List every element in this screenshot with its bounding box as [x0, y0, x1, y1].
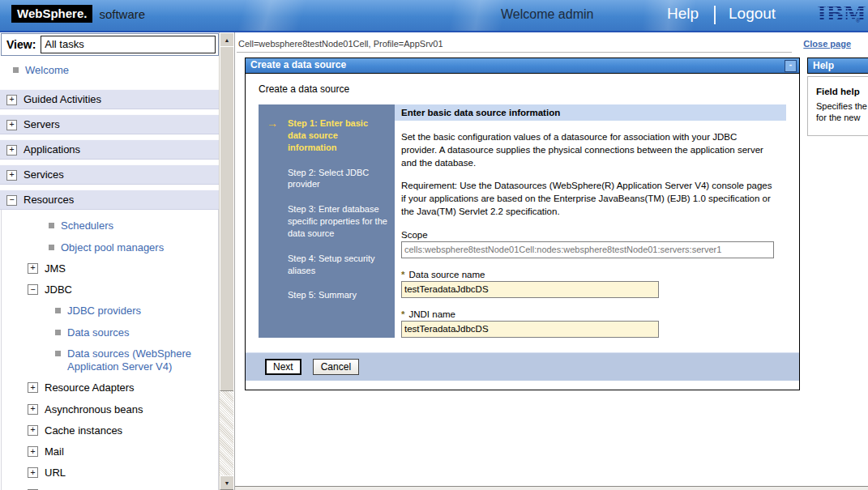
sidebar-item-welcome[interactable]: Welcome [0, 58, 220, 84]
websphere-logo: WebSphere. software [11, 5, 145, 23]
wizard-step-3: Step 3: Enter database specific properti… [267, 203, 388, 240]
view-selector-row: View: All tasks [1, 33, 219, 56]
next-button[interactable]: Next [265, 359, 301, 375]
data-source-name-field[interactable] [401, 281, 659, 298]
view-label: View: [4, 38, 36, 51]
sidebar-node-resource-adapters[interactable]: + Resource Adapters [2, 377, 218, 398]
sidebar-section-services[interactable]: + Services [0, 164, 220, 185]
sidebar-item-data-sources-v4[interactable]: Data sources (WebSphere Application Serv… [2, 343, 218, 378]
expand-icon[interactable]: + [6, 95, 17, 105]
expand-icon[interactable]: + [28, 382, 38, 393]
sidebar-item-data-sources[interactable]: Data sources [2, 322, 218, 343]
sidebar-node-mail[interactable]: + Mail [2, 441, 218, 462]
cancel-button[interactable]: Cancel [313, 359, 359, 375]
welcome-user-text: Welcome admin [501, 7, 593, 22]
collapse-icon[interactable]: − [28, 284, 38, 295]
ibm-registered-mark: ® [856, 18, 860, 23]
websphere-logo-subtext: software [99, 7, 145, 21]
bullet-icon [49, 223, 54, 228]
logout-link[interactable]: Logout [729, 5, 776, 23]
collapse-icon[interactable]: − [6, 195, 17, 206]
window-title: Create a data source [250, 59, 346, 70]
jndi-name-field[interactable] [401, 321, 659, 338]
help-panel-title: Help [807, 58, 868, 74]
description-paragraph: Set the basic configuration values of a … [401, 130, 775, 169]
expand-icon[interactable]: + [28, 446, 38, 457]
expand-icon[interactable]: + [28, 263, 38, 274]
close-page-link[interactable]: Close page [803, 39, 851, 49]
wizard-body: → Step 1: Enter basic data source inform… [259, 104, 786, 338]
sidebar-section-servers[interactable]: + Servers [0, 114, 220, 134]
required-marker: * [401, 270, 404, 279]
scrollbar-thumb[interactable] [220, 46, 233, 391]
sidebar-item-object-pool-managers[interactable]: Object pool managers [2, 237, 218, 258]
jndi-name-label: * JNDI name [401, 309, 775, 319]
breadcrumb: Cell=websphere8testNode01Cell, Profile=A… [237, 32, 792, 53]
wizard-button-bar: Next Cancel [246, 352, 799, 381]
sidebar-node-cache-instances[interactable]: + Cache instances [2, 420, 218, 441]
minimize-button[interactable]: - [785, 60, 797, 72]
bullet-icon [55, 330, 61, 335]
help-panel: Help Field help Specifies the for the ne… [807, 58, 868, 136]
resources-subtree: Schedulers Object pool managers + JMS − … [1, 210, 219, 490]
expand-icon[interactable]: + [28, 425, 38, 436]
bullet-icon [55, 351, 61, 356]
sidebar-scrollbar[interactable]: ▲ ▼ [219, 32, 233, 490]
requirement-paragraph: Requirement: Use the Datasources (WebSph… [401, 179, 775, 218]
field-help-text: Specifies the [816, 100, 868, 112]
sidebar-node-asynchronous-beans[interactable]: + Asynchronous beans [2, 399, 218, 420]
view-select[interactable]: All tasks [41, 36, 216, 53]
scope-label: Scope [401, 230, 775, 240]
navigation-tree: Welcome + Guided Activities + Servers + … [0, 58, 220, 490]
websphere-logo-text: WebSphere. [11, 5, 92, 23]
bullet-icon [49, 245, 54, 250]
help-link[interactable]: Help [667, 5, 699, 23]
wizard-step-5: Step 5: Summary [267, 289, 388, 301]
data-source-name-label: * Data source name [401, 270, 775, 279]
wizard-steps-panel: → Step 1: Enter basic data source inform… [259, 104, 395, 338]
sidebar-node-jdbc[interactable]: − JDBC [2, 279, 218, 300]
scroll-up-icon[interactable]: ▲ [220, 32, 233, 47]
wizard-step-1: → Step 1: Enter basic data source inform… [267, 117, 388, 154]
wizard-step-4: Step 4: Setup security aliases [267, 253, 388, 277]
expand-icon[interactable]: + [6, 145, 17, 156]
field-help-title: Field help [816, 87, 868, 96]
sidebar-node-jms[interactable]: + JMS [2, 258, 218, 279]
wizard-heading: Create a data source [259, 83, 799, 95]
current-step-arrow-icon: → [267, 117, 288, 154]
sidebar-node-url[interactable]: + URL [2, 462, 218, 484]
step-content-header: Enter basic data source information [395, 104, 786, 121]
sidebar-section-applications[interactable]: + Applications [0, 139, 220, 160]
bullet-icon [13, 67, 19, 73]
expand-icon[interactable]: + [28, 467, 38, 478]
field-help-text: for the new [816, 112, 868, 123]
scroll-down-icon[interactable]: ▼ [220, 475, 233, 490]
navigation-sidebar: View: All tasks Welcome + Guided Activit… [0, 32, 233, 490]
main-content: Cell=websphere8testNode01Cell, Profile=A… [234, 32, 868, 490]
horizontal-scrollbar[interactable] [235, 486, 868, 490]
sidebar-section-resources[interactable]: − Resources [0, 190, 220, 210]
scope-field[interactable] [401, 241, 774, 258]
window-titlebar: Create a data source - [246, 58, 799, 74]
bullet-icon [55, 308, 61, 313]
expand-icon[interactable]: + [6, 120, 17, 130]
sidebar-item-jdbc-providers[interactable]: JDBC providers [2, 300, 218, 322]
expand-icon[interactable]: + [28, 404, 38, 415]
create-data-source-window: Create a data source - Create a data sou… [245, 58, 800, 390]
field-help-box: Field help Specifies the for the new [807, 76, 868, 136]
banner-separator [714, 6, 716, 24]
expand-icon[interactable]: + [6, 170, 17, 181]
sidebar-item-schedulers[interactable]: Schedulers [2, 215, 218, 236]
required-marker: * [401, 309, 404, 319]
sidebar-section-guided-activities[interactable]: + Guided Activities [0, 89, 220, 109]
top-banner: WebSphere. software Welcome admin Help L… [0, 0, 868, 32]
wizard-step-content: Enter basic data source information Set … [395, 104, 786, 338]
wizard-step-2: Step 2: Select JDBC provider [267, 167, 388, 191]
sidebar-node-resource-environment[interactable]: + Resource Environment [2, 484, 218, 490]
